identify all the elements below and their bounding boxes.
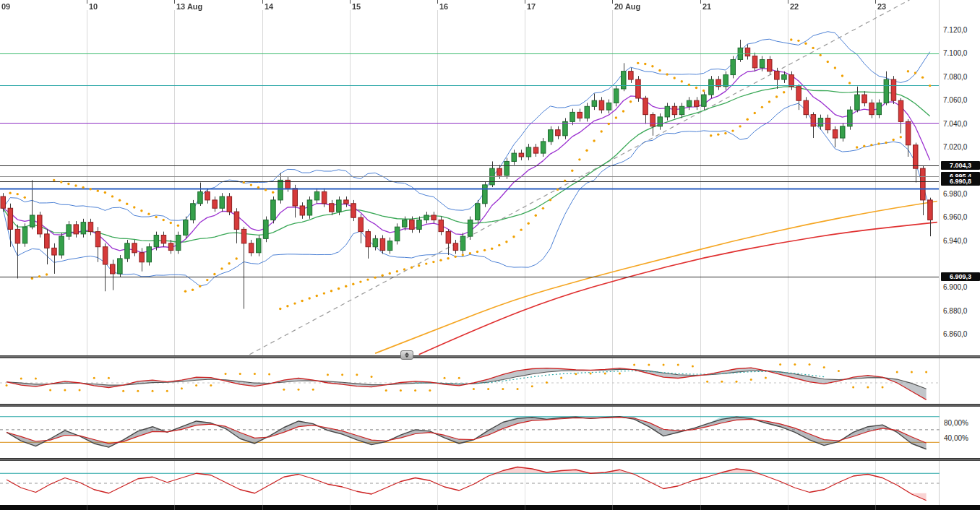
- price-tick-label: 7.100,0: [943, 49, 967, 57]
- stochastic-tick-40: 40,00%: [944, 434, 968, 442]
- price-level-tag[interactable]: 7.004,3: [941, 161, 980, 170]
- price-tick-label: 6.980,0: [943, 190, 967, 198]
- scrollbar-tick: [350, 505, 351, 510]
- stochastic-indicator-panel[interactable]: [0, 407, 940, 458]
- arrow-down-icon: [405, 355, 409, 358]
- splitter-handle[interactable]: [400, 350, 413, 360]
- price-tick-label: 6.940,0: [943, 237, 967, 245]
- scrollbar-tick: [875, 505, 876, 510]
- scrollbar-tick: [87, 505, 87, 510]
- scrollbar-tick: [174, 505, 175, 510]
- time-axis-label: 22: [790, 2, 799, 11]
- trading-platform-chart: 80,00% 40,00% 6.995,4 7.004,3 6.990,8 6.…: [0, 0, 980, 510]
- momentum-indicator-panel[interactable]: [0, 461, 940, 505]
- time-axis-label: 13 Aug: [176, 2, 202, 11]
- price-tick-label: 6.860,0: [943, 330, 967, 338]
- macd-indicator-panel[interactable]: [0, 358, 940, 404]
- price-tick-label: 7.120,0: [943, 26, 967, 34]
- time-axis-label: 10: [89, 2, 98, 11]
- scrollbar-tick: [525, 505, 525, 510]
- time-axis-label: 23: [877, 2, 886, 11]
- scrollbar-tick: [700, 505, 701, 510]
- time-axis-label: 20 Aug: [614, 2, 640, 11]
- scrollbar-tick: [437, 505, 438, 510]
- main-price-chart[interactable]: [0, 0, 940, 355]
- time-axis-label: 15: [352, 2, 361, 11]
- scrollbar-tick: [612, 505, 613, 510]
- time-axis-label: 16: [439, 2, 448, 11]
- price-tick-label: 7.060,0: [943, 96, 967, 104]
- price-level-tag[interactable]: 6.909,3: [941, 272, 980, 281]
- price-level-tag[interactable]: 6.990,8: [941, 177, 980, 186]
- arrow-up-icon: [405, 353, 409, 355]
- price-tick-label: 6.880,0: [943, 307, 967, 315]
- price-tick-label: 7.020,0: [943, 143, 967, 151]
- price-tick-label: 7.080,0: [943, 73, 967, 81]
- time-axis-label: 17: [527, 2, 536, 11]
- stochastic-tick-80: 80,00%: [944, 419, 968, 427]
- time-axis-label: 21: [702, 2, 711, 11]
- time-axis-label: 14: [265, 2, 273, 11]
- price-tick-label: 6.960,0: [943, 213, 967, 221]
- price-tick-label: 7.040,0: [943, 120, 967, 128]
- collapsed-time-scrollbar[interactable]: [0, 505, 980, 510]
- time-axis-label: 09: [1, 2, 10, 11]
- scrollbar-tick: [262, 505, 263, 510]
- scrollbar-tick: [788, 505, 788, 510]
- price-tick-label: 6.900,0: [943, 283, 967, 291]
